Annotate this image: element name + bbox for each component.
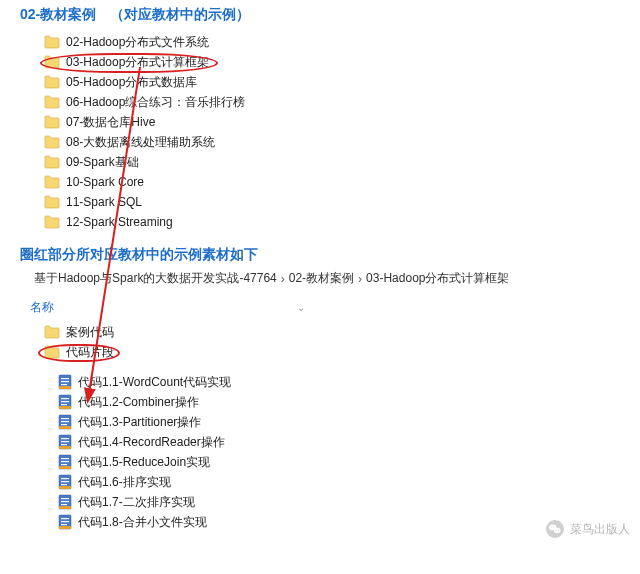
section1-title: 02-教材案例 （对应教材中的示例）: [0, 0, 640, 28]
svg-rect-13: [61, 424, 67, 425]
folder-icon: [44, 195, 60, 209]
svg-point-43: [554, 528, 561, 533]
folder-item[interactable]: 10-Spark Core: [44, 172, 640, 192]
svg-rect-16: [61, 438, 69, 439]
file-label: 代码1.2-Combiner操作: [78, 394, 199, 411]
folder-label: 05-Hadoop分布式数据库: [66, 74, 197, 91]
file-label: 代码1.7-二次排序实现: [78, 494, 195, 511]
name-label: 名称: [30, 300, 54, 314]
folder-item[interactable]: 案例代码: [44, 322, 640, 342]
sort-caret-icon: ⌄: [297, 302, 305, 313]
svg-rect-4: [59, 386, 71, 389]
breadcrumb[interactable]: 基于Hadoop与Spark的大数据开发实战-47764 › 02-教材案例 ›…: [0, 268, 640, 293]
file-label: 代码1.4-RecordReader操作: [78, 434, 225, 451]
folder-icon: [44, 325, 60, 339]
svg-rect-24: [59, 466, 71, 469]
file-item[interactable]: 代码1.2-Combiner操作: [58, 392, 640, 412]
file-label: 代码1.1-WordCount代码实现: [78, 374, 231, 391]
footer-brand: 菜鸟出版人: [546, 520, 630, 538]
section2-title: 圈红部分所对应教材中的示例素材如下: [0, 240, 640, 268]
file-label: 代码1.8-合并小文件实现: [78, 514, 207, 531]
document-icon: [58, 514, 72, 530]
svg-rect-11: [61, 418, 69, 419]
svg-rect-26: [61, 478, 69, 479]
svg-rect-8: [61, 404, 67, 405]
document-icon: [58, 474, 72, 490]
breadcrumb-segment[interactable]: 基于Hadoop与Spark的大数据开发实战-47764: [34, 270, 277, 287]
file-item[interactable]: 代码1.5-ReduceJoin实现: [58, 452, 640, 472]
svg-rect-23: [61, 464, 67, 465]
svg-rect-33: [61, 504, 67, 505]
folder-item[interactable]: 07-数据仓库Hive: [44, 112, 640, 132]
svg-rect-3: [61, 384, 67, 385]
file-label: 代码1.5-ReduceJoin实现: [78, 454, 210, 471]
folder-label: 10-Spark Core: [66, 175, 144, 189]
document-icon: [58, 494, 72, 510]
svg-rect-22: [61, 461, 69, 462]
folder-icon: [44, 215, 60, 229]
folder-label: 02-Hadoop分布式文件系统: [66, 34, 209, 51]
file-item[interactable]: 代码1.6-排序实现: [58, 472, 640, 492]
folder-label: 07-数据仓库Hive: [66, 114, 155, 131]
chevron-right-icon: ›: [281, 272, 285, 286]
svg-rect-7: [61, 401, 69, 402]
svg-rect-14: [59, 426, 71, 429]
svg-rect-39: [59, 526, 71, 529]
folder-label: 12-Spark Streaming: [66, 215, 173, 229]
file-list: 代码1.1-WordCount代码实现代码1.2-Combiner操作代码1.3…: [0, 372, 640, 542]
svg-rect-31: [61, 498, 69, 499]
footer-text: 菜鸟出版人: [570, 521, 630, 538]
folder-icon: [44, 115, 60, 129]
svg-rect-32: [61, 501, 69, 502]
svg-rect-9: [59, 406, 71, 409]
file-item[interactable]: 代码1.7-二次排序实现: [58, 492, 640, 512]
breadcrumb-segment[interactable]: 03-Hadoop分布式计算框架: [366, 270, 509, 287]
svg-rect-28: [61, 484, 67, 485]
svg-point-47: [558, 530, 559, 531]
file-item[interactable]: 代码1.4-RecordReader操作: [58, 432, 640, 452]
wechat-icon: [546, 520, 564, 538]
document-icon: [58, 394, 72, 410]
folder-icon: [44, 155, 60, 169]
folder-item[interactable]: 12-Spark Streaming: [44, 212, 640, 232]
file-label: 代码1.3-Partitioner操作: [78, 414, 201, 431]
folder-icon: [44, 75, 60, 89]
folder-icon: [44, 35, 60, 49]
breadcrumb-segment[interactable]: 02-教材案例: [289, 270, 354, 287]
document-icon: [58, 414, 72, 430]
folder-item[interactable]: 08-大数据离线处理辅助系统: [44, 132, 640, 152]
svg-rect-38: [61, 524, 67, 525]
file-item[interactable]: 代码1.3-Partitioner操作: [58, 412, 640, 432]
folder-item[interactable]: 09-Spark基础: [44, 152, 640, 172]
folder-item[interactable]: 代码片段: [44, 342, 640, 362]
folder-label: 11-Spark SQL: [66, 195, 142, 209]
document-icon: [58, 434, 72, 450]
svg-rect-21: [61, 458, 69, 459]
folder-item[interactable]: 02-Hadoop分布式文件系统: [44, 32, 640, 52]
svg-rect-27: [61, 481, 69, 482]
svg-point-44: [551, 526, 552, 527]
svg-rect-37: [61, 521, 69, 522]
folder-icon: [44, 175, 60, 189]
folder-item[interactable]: 03-Hadoop分布式计算框架: [44, 52, 640, 72]
folder-list-1: 02-Hadoop分布式文件系统03-Hadoop分布式计算框架05-Hadoo…: [0, 28, 640, 240]
folder-item[interactable]: 06-Hadoop综合练习：音乐排行榜: [44, 92, 640, 112]
folder-label: 03-Hadoop分布式计算框架: [66, 54, 209, 71]
sub-folder-list: 案例代码代码片段: [0, 320, 640, 372]
svg-point-46: [556, 530, 557, 531]
folder-icon: [44, 55, 60, 69]
file-item[interactable]: 代码1.1-WordCount代码实现: [58, 372, 640, 392]
folder-item[interactable]: 11-Spark SQL: [44, 192, 640, 212]
folder-label: 08-大数据离线处理辅助系统: [66, 134, 215, 151]
svg-rect-19: [59, 446, 71, 449]
document-icon: [58, 454, 72, 470]
svg-rect-29: [59, 486, 71, 489]
svg-rect-2: [61, 381, 69, 382]
svg-point-45: [553, 526, 554, 527]
document-icon: [58, 374, 72, 390]
folder-item[interactable]: 05-Hadoop分布式数据库: [44, 72, 640, 92]
column-header-name[interactable]: 名称 ⌄: [0, 293, 640, 320]
svg-rect-17: [61, 441, 69, 442]
svg-rect-36: [61, 518, 69, 519]
folder-icon: [44, 95, 60, 109]
